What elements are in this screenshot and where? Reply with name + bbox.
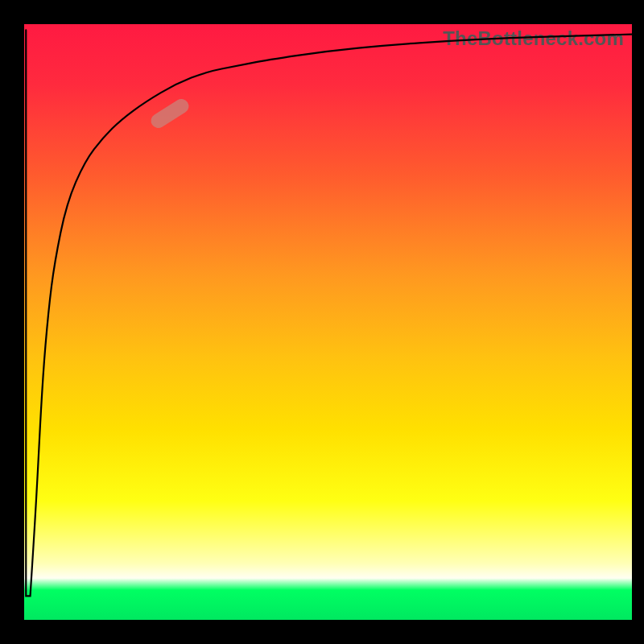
plot-area: TheBottleneck.com bbox=[24, 24, 632, 620]
chart-frame: TheBottleneck.com bbox=[0, 0, 644, 644]
chart-curve bbox=[24, 24, 632, 620]
curve-path bbox=[26, 30, 632, 596]
